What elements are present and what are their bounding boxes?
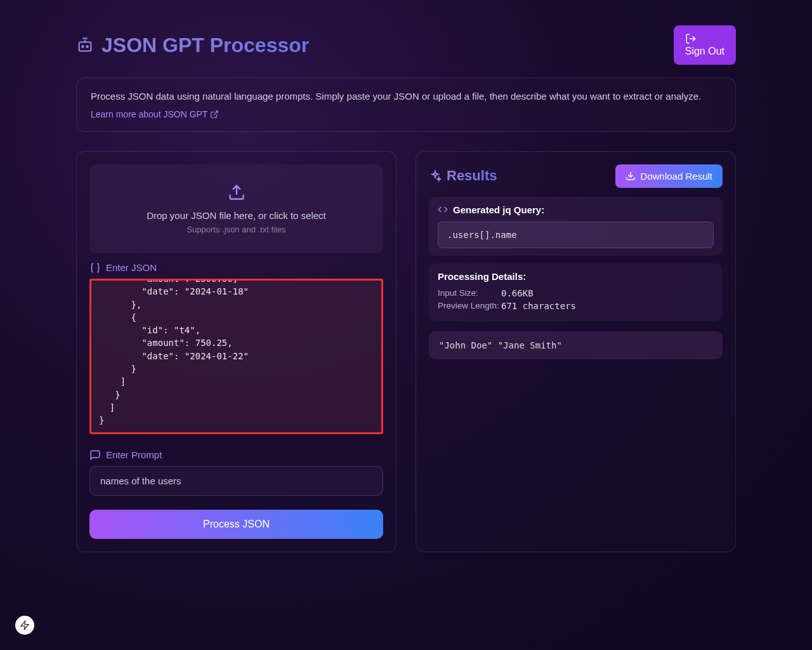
bot-icon [76,36,94,54]
app-title: JSON GPT Processor [102,34,309,57]
signout-icon [685,33,697,44]
drop-sub-text: Supports .json and .txt files [102,225,370,234]
signout-button[interactable]: Sign Out [674,25,736,65]
chat-icon [89,449,101,461]
proc-title: Processing Details: [438,271,714,282]
query-code: .users[].name [438,222,714,248]
intro-box: Process JSON data using natural language… [76,77,736,132]
app-header: JSON GPT Processor Sign Out [76,25,736,65]
upload-icon [228,183,246,201]
bolt-icon [20,620,30,630]
prompt-section-label: Enter Prompt [89,449,383,461]
svg-point-2 [86,46,88,47]
proc-row-preview-length: Preview Length: 671 characters [438,301,714,311]
sparkle-icon [429,169,442,182]
result-output: "John Doe" "Jane Smith" [429,331,723,359]
svg-rect-0 [79,42,91,51]
process-button[interactable]: Process JSON [89,510,383,539]
download-button[interactable]: Download Result [615,164,723,188]
braces-icon [89,262,101,274]
prompt-input[interactable] [89,466,383,496]
json-section-label: Enter JSON [89,262,383,274]
download-icon [625,171,636,181]
learn-more-link[interactable]: Learn more about JSON GPT [91,109,219,119]
results-title: Results [447,168,497,184]
results-panel: Results Download Result Generated jq Que… [416,151,736,552]
svg-point-1 [82,46,83,47]
json-input[interactable]: "id": "t3", "amount": 2500.00, "date": "… [89,279,383,434]
processing-details: Processing Details: Input Size: 0.66KB P… [429,263,723,321]
external-link-icon [210,110,219,119]
intro-text: Process JSON data using natural language… [91,90,721,104]
query-label: Generated jq Query: [438,204,714,215]
results-header: Results Download Result [429,164,723,188]
assistant-badge[interactable] [15,616,34,635]
query-box: Generated jq Query: .users[].name [429,197,723,256]
code-icon [438,204,448,215]
proc-row-input-size: Input Size: 0.66KB [438,288,714,298]
input-panel: Drop your JSON file here, or click to se… [76,151,396,552]
file-drop-zone[interactable]: Drop your JSON file here, or click to se… [89,164,383,253]
drop-main-text: Drop your JSON file here, or click to se… [102,210,370,221]
logo: JSON GPT Processor [76,34,309,57]
